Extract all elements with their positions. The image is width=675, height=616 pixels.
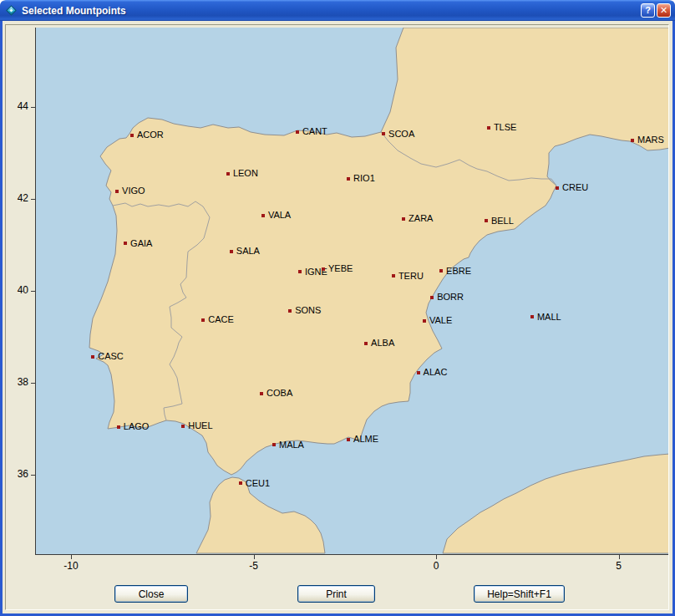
- y-axis-tick: [31, 107, 35, 108]
- x-axis-tick: [71, 555, 72, 559]
- close-icon[interactable]: ✕: [657, 3, 671, 18]
- x-axis-tick-label: -10: [54, 560, 88, 572]
- app-icon: [6, 5, 17, 16]
- close-button[interactable]: Close: [114, 585, 188, 603]
- help-icon[interactable]: ?: [641, 3, 655, 18]
- x-axis-tick-label: 0: [419, 560, 453, 572]
- y-axis-tick-label: 38: [3, 376, 28, 388]
- window-title: Selected Mountpoints: [22, 5, 639, 17]
- x-axis-line: [35, 554, 668, 555]
- x-axis-tick-label: -5: [237, 560, 271, 572]
- x-axis-tick: [254, 555, 255, 559]
- y-axis-tick-label: 40: [3, 284, 28, 296]
- y-axis-tick: [31, 199, 35, 200]
- y-axis-tick-label: 42: [3, 192, 28, 204]
- y-axis-tick: [31, 383, 35, 384]
- selected-mountpoints-window: Selected Mountpoints ? ✕ 4442403836-10-5…: [0, 0, 675, 616]
- x-axis-tick: [619, 555, 620, 559]
- help-shortcut-button[interactable]: Help=Shift+F1: [474, 585, 565, 603]
- x-axis-tick: [436, 555, 437, 559]
- y-axis-line: [35, 28, 36, 555]
- y-axis-tick-label: 44: [3, 100, 28, 112]
- y-axis-tick-label: 36: [3, 468, 28, 480]
- y-axis-tick: [31, 475, 35, 476]
- print-button[interactable]: Print: [297, 585, 375, 603]
- map-canvas: [0, 0, 675, 616]
- y-axis-tick: [31, 291, 35, 292]
- title-bar[interactable]: Selected Mountpoints ? ✕: [0, 0, 675, 21]
- x-axis-tick-label: 5: [602, 560, 636, 572]
